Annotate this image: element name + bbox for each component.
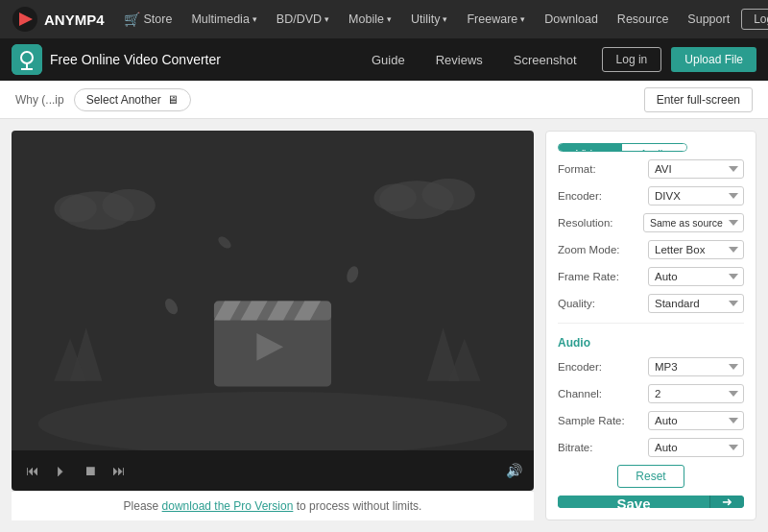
top-login-button[interactable]: Login <box>741 9 768 30</box>
channel-select[interactable]: 2 <box>648 384 744 403</box>
nav-item-support[interactable]: Support <box>680 0 737 38</box>
video-panel: ⏮ ⏵ ⏹ ⏭ 🔊 Please download the Pro Versio… <box>12 131 534 520</box>
format-select[interactable]: AVI <box>648 159 744 179</box>
rewind-button[interactable]: ⏮ <box>23 460 42 481</box>
chevron-down-icon: ▾ <box>443 14 447 24</box>
play-button[interactable]: ⏵ <box>52 460 71 481</box>
resolution-label: Resolution: <box>558 217 613 229</box>
sub-nav-links: Guide Reviews Screenshot Log in Upload F… <box>358 47 756 72</box>
audio-section-label: Audio <box>558 336 744 350</box>
quality-label: Quality: <box>558 298 595 309</box>
encoder-select[interactable]: DIVX <box>648 186 744 206</box>
nav-store-label: Store <box>144 12 173 26</box>
bitrate-label: Bitrate: <box>558 442 592 453</box>
nav-item-resource[interactable]: Resource <box>610 0 677 38</box>
audio-encoder-label: Encoder: <box>558 361 602 373</box>
app-icon <box>12 44 42 75</box>
arrow-right-icon: ➜ <box>722 496 732 508</box>
nav-item-multimedia[interactable]: Multimedia ▾ <box>183 0 264 38</box>
upload-file-button[interactable]: Upload File <box>671 47 756 72</box>
quality-select[interactable]: Standard <box>648 294 744 313</box>
nav-item-download[interactable]: Download <box>537 0 606 38</box>
chevron-down-icon: ▾ <box>520 14 525 24</box>
video-controls: ⏮ ⏵ ⏹ ⏭ 🔊 <box>12 450 534 491</box>
svg-point-9 <box>102 189 156 221</box>
chevron-down-icon: ▾ <box>324 14 329 24</box>
store-icon: 🛒 <box>124 12 140 27</box>
tab-video[interactable]: Video <box>559 144 622 152</box>
chevron-down-icon: ▾ <box>252 14 257 24</box>
sub-nav-reviews[interactable]: Reviews <box>422 53 496 67</box>
svg-point-10 <box>54 195 96 223</box>
nav-item-freeware[interactable]: Freeware ▾ <box>459 0 533 38</box>
logo[interactable]: ANYMP4 <box>12 6 105 33</box>
sample-rate-label: Sample Rate: <box>558 415 625 426</box>
bitrate-select[interactable]: Auto <box>648 438 744 457</box>
sub-nav-screenshot[interactable]: Screenshot <box>500 53 590 67</box>
save-row: Save ➜ <box>558 496 744 508</box>
sample-rate-row: Sample Rate: Auto <box>558 411 744 430</box>
why-text: Why (...ip <box>15 93 64 107</box>
sub-login-button[interactable]: Log in <box>602 47 662 72</box>
sample-rate-select[interactable]: Auto <box>648 411 744 430</box>
fast-forward-button[interactable]: ⏭ <box>109 460 129 481</box>
fullscreen-button[interactable]: Enter full-screen <box>644 87 753 112</box>
settings-panel: Video Audio Format: AVI Encoder: DIVX Re… <box>545 131 756 520</box>
frame-rate-label: Frame Rate: <box>558 271 619 282</box>
channel-label: Channel: <box>558 388 602 399</box>
encoder-row: Encoder: DIVX <box>558 186 744 206</box>
reset-button[interactable]: Reset <box>617 465 684 488</box>
stop-button[interactable]: ⏹ <box>81 460 100 481</box>
bottom-message: Please download the Pro Version to proce… <box>12 491 534 520</box>
logo-text: ANYMP4 <box>44 12 105 28</box>
svg-rect-2 <box>12 44 42 75</box>
format-label: Format: <box>558 163 596 175</box>
resolution-select[interactable]: Same as source <box>643 213 744 232</box>
sub-nav-logo: Free Online Video Converter <box>12 44 221 75</box>
frame-rate-select[interactable]: Auto <box>648 267 744 286</box>
select-another-button[interactable]: Select Another 🖥 <box>74 88 191 111</box>
svg-point-12 <box>421 179 475 210</box>
pro-version-link[interactable]: download the Pro Version <box>162 499 294 513</box>
quality-row: Quality: Standard <box>558 294 744 313</box>
zoom-mode-select[interactable]: Letter Box <box>648 240 744 259</box>
frame-rate-row: Frame Rate: Auto <box>558 267 744 286</box>
format-row: Format: AVI <box>558 159 744 179</box>
chevron-down-icon: ▾ <box>387 14 392 24</box>
tab-group: Video Audio <box>558 143 687 152</box>
nav-item-mobile[interactable]: Mobile ▾ <box>341 0 399 38</box>
volume-button[interactable]: 🔊 <box>506 463 522 478</box>
nav-item-bddvd[interactable]: BD/DVD ▾ <box>269 0 337 38</box>
toolbar: Why (...ip Select Another 🖥 Enter full-s… <box>0 81 768 119</box>
bitrate-row: Bitrate: Auto <box>558 438 744 457</box>
zoom-mode-row: Zoom Mode: Letter Box <box>558 240 744 259</box>
save-arrow-button[interactable]: ➜ <box>709 496 744 508</box>
encoder-label: Encoder: <box>558 190 602 202</box>
svg-point-13 <box>373 183 416 211</box>
audio-encoder-select[interactable]: MP3 <box>648 357 744 376</box>
monitor-icon: 🖥 <box>167 93 179 107</box>
main-content: ⏮ ⏵ ⏹ ⏭ 🔊 Please download the Pro Versio… <box>0 119 768 532</box>
nav-item-utility[interactable]: Utility ▾ <box>403 0 456 38</box>
audio-encoder-row: Encoder: MP3 <box>558 357 744 376</box>
sub-nav: Free Online Video Converter Guide Review… <box>0 38 768 81</box>
app-title: Free Online Video Converter <box>50 52 221 67</box>
video-player <box>12 131 534 450</box>
tab-audio[interactable]: Audio <box>622 144 686 152</box>
top-nav: ANYMP4 🛒 Store Multimedia ▾ BD/DVD ▾ Mob… <box>0 0 768 38</box>
nav-item-store[interactable]: 🛒 Store <box>116 12 180 27</box>
save-button[interactable]: Save <box>558 496 709 508</box>
sub-nav-guide[interactable]: Guide <box>358 53 419 67</box>
channel-row: Channel: 2 <box>558 384 744 403</box>
zoom-mode-label: Zoom Mode: <box>558 244 620 255</box>
resolution-row: Resolution: Same as source <box>558 213 744 232</box>
